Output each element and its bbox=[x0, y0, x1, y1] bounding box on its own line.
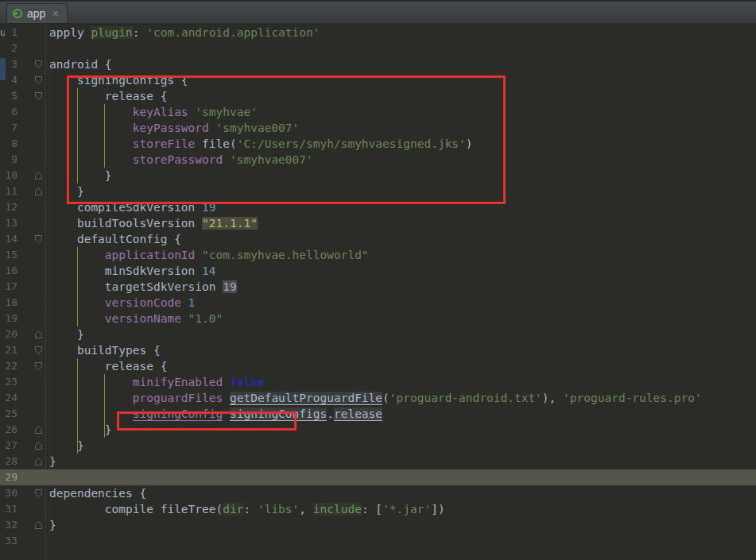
tab-label: app bbox=[27, 7, 45, 20]
fold-open-icon[interactable] bbox=[34, 361, 43, 371]
fold-close-icon[interactable] bbox=[34, 457, 43, 466]
code-editor[interactable]: u 1apply plugin: 'com.android.applicatio… bbox=[0, 25, 756, 560]
code-line[interactable]: 14 defaultConfig { bbox=[0, 231, 756, 247]
code-line[interactable]: 28} bbox=[0, 454, 756, 469]
code-line[interactable]: 6 keyAlias 'smyhvae' bbox=[0, 104, 756, 120]
fold-close-icon[interactable] bbox=[34, 171, 43, 180]
code-line[interactable]: 19 versionName "1.0" bbox=[0, 311, 756, 326]
token-prop: keyPassword bbox=[133, 122, 209, 134]
code-line-caret[interactable]: 29 bbox=[0, 469, 756, 485]
code-line[interactable]: 27 } bbox=[0, 438, 756, 454]
fold-open-icon[interactable] bbox=[34, 60, 43, 69]
code-line[interactable]: 13 buildToolsVersion "21.1.1" bbox=[0, 215, 756, 231]
token-plain: ) bbox=[466, 137, 473, 150]
code-text: } bbox=[45, 422, 112, 438]
code-line[interactable]: 4 signingConfigs { bbox=[0, 72, 756, 88]
fold-close-icon[interactable] bbox=[34, 520, 43, 530]
code-line[interactable]: 21 buildTypes { bbox=[0, 342, 756, 358]
code-line[interactable]: 20 } bbox=[0, 326, 756, 342]
gutter-fold-column bbox=[17, 311, 45, 326]
tab-app[interactable]: app ✕ bbox=[6, 3, 68, 23]
fold-open-icon[interactable] bbox=[34, 234, 43, 244]
code-line[interactable]: 10 } bbox=[0, 168, 756, 183]
code-text: release { bbox=[45, 88, 167, 104]
code-line[interactable]: 8 storeFile file('C:/Users/smyh/smyhvaes… bbox=[0, 136, 756, 152]
code-line[interactable]: 5 release { bbox=[0, 88, 756, 104]
gutter-fold-column bbox=[17, 485, 45, 501]
code-line[interactable]: 23 minifyEnabled false bbox=[0, 374, 756, 390]
code-line[interactable]: 26 } bbox=[0, 422, 756, 438]
token-plain: } bbox=[49, 519, 56, 531]
close-icon[interactable]: ✕ bbox=[52, 9, 59, 19]
token-plain: } bbox=[49, 439, 84, 452]
token-string: 'proguard-android.txt' bbox=[390, 392, 542, 404]
code-text: keyPassword 'smyhvae007' bbox=[45, 120, 299, 136]
code-line[interactable]: 18 versionCode 1 bbox=[0, 295, 756, 311]
token-hlnumber: 19 bbox=[223, 280, 236, 293]
code-line[interactable]: 33 bbox=[0, 533, 756, 549]
line-number: 17 bbox=[0, 279, 17, 295]
token-prop: versionName bbox=[105, 312, 181, 325]
fold-close-icon[interactable] bbox=[34, 441, 43, 450]
line-number: 14 bbox=[0, 231, 17, 247]
code-text: signingConfig signingConfigs.release bbox=[45, 406, 382, 422]
line-number: 13 bbox=[0, 215, 17, 231]
code-text: signingConfigs { bbox=[45, 72, 188, 88]
gutter-fold-column bbox=[17, 279, 45, 295]
code-text: targetSdkVersion 19 bbox=[45, 279, 237, 295]
fold-open-icon[interactable] bbox=[34, 346, 43, 355]
token-plain bbox=[49, 296, 105, 309]
code-line[interactable]: 2 bbox=[0, 41, 756, 56]
gutter-fold-column bbox=[17, 406, 45, 422]
gutter-fold-column bbox=[17, 215, 45, 231]
gutter-fold-column bbox=[17, 263, 45, 279]
fold-close-icon[interactable] bbox=[34, 187, 43, 196]
fold-open-icon[interactable] bbox=[34, 91, 43, 101]
line-number: 27 bbox=[0, 438, 17, 454]
code-text: versionName "1.0" bbox=[45, 311, 223, 326]
line-number: 16 bbox=[0, 263, 17, 279]
token-plain: signingConfigs { bbox=[49, 74, 188, 87]
token-plain bbox=[181, 312, 188, 325]
fold-open-icon[interactable] bbox=[34, 489, 43, 498]
code-text: dependencies { bbox=[45, 485, 146, 501]
code-line[interactable]: 30dependencies { bbox=[0, 485, 756, 501]
code-line[interactable]: 31 compile fileTree(dir: 'libs', include… bbox=[0, 501, 756, 517]
line-number: 20 bbox=[0, 326, 17, 342]
gutter-fold-column bbox=[17, 25, 45, 41]
code-line[interactable]: 7 keyPassword 'smyhvae007' bbox=[0, 120, 756, 136]
token-ref: getDefaultProguardFile bbox=[230, 392, 382, 405]
line-number: 19 bbox=[0, 311, 17, 326]
code-line[interactable]: 12 compileSdkVersion 19 bbox=[0, 199, 756, 215]
code-line[interactable]: 15 applicationId "com.smyhvae.helloworld… bbox=[0, 247, 756, 263]
code-line[interactable]: 11 } bbox=[0, 183, 756, 199]
code-line[interactable]: 22 release { bbox=[0, 358, 756, 374]
code-line[interactable]: 16 minSdkVersion 14 bbox=[0, 263, 756, 279]
code-line[interactable]: 25 signingConfig signingConfigs.release bbox=[0, 406, 756, 422]
code-line[interactable]: 9 storePassword 'smyhvae007' bbox=[0, 152, 756, 168]
token-string: "1.0" bbox=[188, 312, 223, 325]
gutter-fold-column bbox=[17, 152, 45, 168]
code-line[interactable]: 17 targetSdkVersion 19 bbox=[0, 279, 756, 295]
token-plain: apply bbox=[49, 26, 91, 39]
token-plain: : [ bbox=[362, 503, 382, 516]
token-plain: : bbox=[243, 503, 257, 516]
gutter-fold-column bbox=[17, 517, 45, 533]
code-line[interactable]: 1apply plugin: 'com.android.application' bbox=[0, 25, 756, 41]
code-text: minSdkVersion 14 bbox=[45, 263, 216, 279]
token-string: 'com.android.application' bbox=[146, 26, 320, 39]
token-plain: minSdkVersion bbox=[49, 265, 202, 277]
gutter-fold-column bbox=[17, 454, 45, 469]
fold-open-icon[interactable] bbox=[34, 75, 43, 85]
token-string: 'smyhvae' bbox=[195, 106, 258, 118]
line-number: 30 bbox=[0, 485, 17, 501]
line-number: 11 bbox=[0, 183, 17, 199]
code-line[interactable]: 3android { bbox=[0, 56, 756, 72]
code-text: defaultConfig { bbox=[45, 231, 181, 247]
fold-close-icon[interactable] bbox=[34, 330, 43, 339]
code-line[interactable]: 32} bbox=[0, 517, 756, 533]
fold-close-icon[interactable] bbox=[34, 425, 43, 434]
token-number: 14 bbox=[202, 265, 215, 277]
line-number: 31 bbox=[0, 501, 17, 517]
code-line[interactable]: 24 proguardFiles getDefaultProguardFile(… bbox=[0, 390, 756, 406]
